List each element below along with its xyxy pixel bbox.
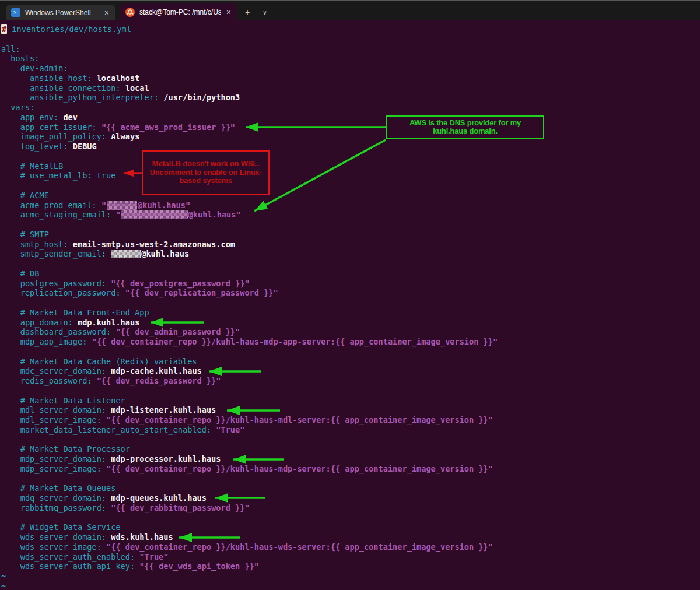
code-text: wds_server_domain: [1, 532, 111, 542]
code-text: " [116, 210, 120, 219]
tab-ubuntu-label: stack@Tom-PC: /mnt/c/Users, [139, 8, 220, 16]
code-line: mdp_server_domain: mdp-processor.kuhl.ha… [1, 454, 498, 464]
annotation-red-text: MetalLB doesn't work on WSL. [152, 160, 260, 168]
code-text: localhost [97, 73, 140, 83]
code-text: mdp_app_image: [1, 337, 92, 346]
code-line: mdl_server_image: "{{ dev_container_repo… [1, 415, 498, 425]
code-line: # Market Data Processor [1, 444, 498, 454]
close-icon[interactable]: × [225, 8, 232, 16]
code-text: ansible_python_interpreter: [1, 93, 163, 102]
code-text: "{{ dev_wds_api_token }}" [139, 561, 259, 571]
code-line: ~ [1, 581, 498, 590]
code-text: # ACME [1, 191, 49, 200]
code-text: # Market Data Cache (Redis) variables [1, 357, 197, 366]
code-line: # Market Data Cache (Redis) variables [1, 357, 498, 367]
code-text: mdp-listener.kuhl.haus [111, 405, 216, 415]
code-line: mdq_server_domain: mdp-queues.kuhl.haus [1, 493, 498, 503]
redacted-email [111, 250, 141, 258]
code-text: # SMTP [1, 230, 49, 239]
code-line: acme_prod_email: "@kuhl.haus" [1, 201, 498, 210]
code-line: wds_server_auth_api_key: "{{ dev_wds_api… [1, 561, 498, 571]
code-text: "{{ dev_container_repo }}/kuhl-haus-mdp-… [92, 337, 498, 346]
code-text: DEBUG [73, 142, 97, 151]
tabbar-divider [256, 8, 256, 17]
code-text: # use_metal_lb: true [1, 171, 116, 180]
code-line: smtp_host: email-smtp.us-west-2.amazonaw… [1, 240, 498, 250]
code-text: rabbitmq_password: [1, 503, 111, 512]
code-text: redis_password: [1, 376, 97, 385]
code-line: ~ [1, 571, 498, 581]
code-text: postgres_password: [1, 279, 111, 288]
code-line [1, 34, 498, 44]
code-text: mdl_server_domain: [1, 405, 111, 415]
tab-ubuntu[interactable]: stack@Tom-PC: /mnt/c/Users, × [120, 3, 237, 20]
code-text: replication_password: [1, 288, 125, 297]
code-text: mdp-queues.kuhl.haus [111, 493, 206, 503]
code-text: hosts: [1, 54, 39, 63]
code-line [1, 259, 498, 269]
tab-dropdown-button[interactable]: ∨ [258, 6, 271, 18]
code-text: mdp.kuhl.haus [78, 318, 139, 327]
code-line [1, 513, 498, 523]
code-line: postgres_password: "{{ dev_postgres_pass… [1, 279, 498, 289]
code-text: wds_server_auth_enabled: [1, 552, 139, 561]
code-text: email-smtp.us-west-2.amazonaws.com [73, 240, 235, 249]
ubuntu-icon [125, 8, 135, 17]
code-text: mdp_server_domain: [1, 454, 111, 463]
code-text: all: [1, 44, 20, 54]
code-text: "{{ dev_redis_password }}" [97, 376, 221, 385]
code-line [1, 474, 498, 484]
code-line: wds_server_image: "{{ dev_container_repo… [1, 542, 498, 552]
code-line: replication_password: "{{ dev_replicatio… [1, 288, 498, 298]
code-text: "{{ dev_replication_password }}" [125, 288, 278, 297]
vim-cursor: # [1, 24, 7, 34]
code-line [1, 347, 498, 357]
code-text: "{{ dev_container_repo }}/kuhl-haus-mdl-… [106, 415, 493, 424]
code-text: " [102, 201, 106, 210]
code-line: hosts: [1, 54, 498, 64]
code-line: wds_server_auth_enabled: "True" [1, 552, 498, 562]
close-icon[interactable]: × [103, 9, 110, 17]
code-line: # Market Data Front-End App [1, 308, 498, 318]
code-text: app_domain: [1, 318, 78, 327]
code-text: ~ [1, 571, 6, 581]
code-text: "True" [139, 552, 168, 561]
code-text: dev [63, 113, 78, 122]
code-text: # MetalLB [1, 161, 63, 171]
code-text: @kuhl.haus [141, 249, 189, 258]
code-text: app_cert_issuer: [1, 122, 102, 132]
code-line: redis_password: "{{ dev_redis_password }… [1, 376, 498, 386]
code-text: "True" [216, 425, 244, 434]
code-text: vars: [1, 103, 34, 112]
annotation-red-text: Uncomment to enable on Linux- [149, 168, 261, 177]
code-line [1, 386, 498, 396]
code-text: "{{ dev_container_repo }}/kuhl-haus-mdp-… [106, 464, 493, 473]
code-line: # Market Data Queues [1, 483, 498, 493]
code-text: "{{ dev_rabbitmq_password }}" [111, 503, 249, 512]
code-line [1, 435, 498, 445]
code-text: mdp-cache.kuhl.haus [111, 366, 202, 375]
code-text: # Market Data Queues [1, 483, 116, 493]
code-line: mdp_server_image: "{{ dev_container_repo… [1, 464, 498, 474]
code-text: ansible_host: [1, 73, 97, 83]
code-line [1, 298, 498, 308]
code-line: smtp_sender_email: @kuhl.haus [1, 249, 498, 259]
code-text: mdq_server_domain: [1, 493, 111, 503]
code-text: acme_prod_email: [1, 201, 102, 210]
code-line: # inventories/dev/hosts.yml [1, 24, 498, 34]
code-text: inventories/dev/hosts.yml [7, 24, 131, 34]
code-text: # DB [1, 269, 39, 278]
tab-powershell[interactable]: >_ Windows PowerShell × [6, 5, 116, 20]
terminal-viewport[interactable]: # inventories/dev/hosts.ymlall: hosts: d… [0, 20, 700, 590]
code-text: Always [111, 132, 139, 141]
annotation-green-box: AWS is the DNS provider for my kuhl.haus… [386, 115, 544, 139]
annotation-red-text: based systems [179, 177, 232, 185]
tab-bar: >_ Windows PowerShell × stack@Tom-PC: /m… [0, 0, 700, 20]
code-text: mdp-processor.kuhl.haus [111, 454, 220, 463]
new-tab-button[interactable]: + [241, 6, 254, 18]
code-text: # Widget Data Service [1, 522, 121, 532]
code-line: # DB [1, 269, 498, 279]
code-text: "{{ dev_admin_password }}" [116, 327, 240, 336]
code-text: ~ [1, 581, 6, 590]
code-line: app_domain: mdp.kuhl.haus [1, 318, 498, 328]
